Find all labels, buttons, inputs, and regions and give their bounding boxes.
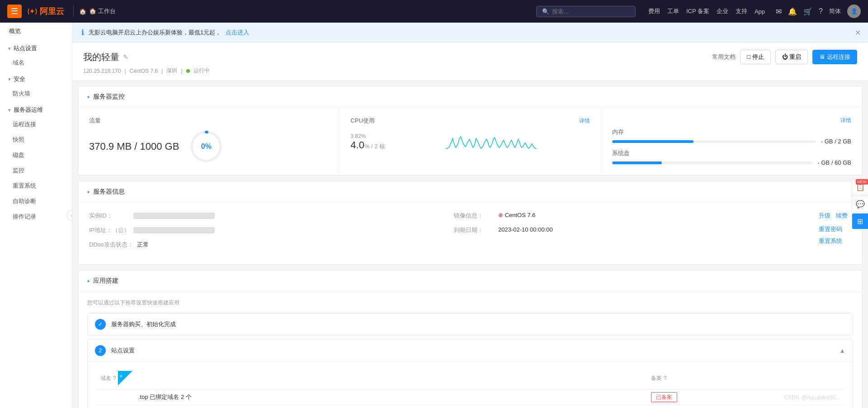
main-layout: ‹ 概览 ▼ 站点设置 域名 ▼ 安全 防火墙 ▼ 服务器运维 远程连接 快照 … xyxy=(0,23,868,408)
memory-detail-link[interactable]: 详情 xyxy=(840,117,851,124)
image-row: 镜像信息： ⊕ CentOS 7.6 xyxy=(454,212,797,220)
step-1-circle: ✓ xyxy=(95,319,106,330)
float-new-button[interactable]: 📋 NEW xyxy=(852,179,868,195)
domain-help-icon[interactable]: ? xyxy=(113,375,116,381)
server-info-body: 实例ID： IP地址：（公） DDos攻击状态： 正常 镜像信息： xyxy=(78,203,862,264)
nav-enterprise[interactable]: 企业 xyxy=(717,7,728,15)
beian-badge[interactable]: 已备案 xyxy=(651,392,677,402)
sidebar-section-site-settings[interactable]: ▼ 站点设置 xyxy=(0,40,72,55)
sidebar-item-remote[interactable]: 远程连接 xyxy=(0,117,72,132)
mail-icon[interactable]: ✉ xyxy=(776,7,782,16)
page-header: 我的轻量 ✎ 常用文档 □ 停止 ⏻ 重启 🖥 远程连接 120.25.218.… xyxy=(72,43,868,81)
new-tag: NEW xyxy=(856,179,868,185)
watermark: CSDN @AquaMint5C... xyxy=(784,394,841,401)
nav-app[interactable]: App xyxy=(755,8,765,15)
sidebar-item-diagnosis[interactable]: 自助诊断 xyxy=(0,194,72,209)
nav-support[interactable]: 支持 xyxy=(736,7,747,15)
sidebar-item-firewall[interactable]: 防火墙 xyxy=(0,86,72,101)
sidebar-item-reset-system[interactable]: 重置系统 xyxy=(0,178,72,194)
upgrade-link[interactable]: 升级 xyxy=(819,212,830,220)
top-navigation: ☰ ⟨✦⟩ 阿里云 🏠 🏠 工作台 🔍 费用 工单 ICP 备案 企业 支持 A… xyxy=(0,0,868,23)
disk-value: - GB / 60 GB xyxy=(818,159,851,166)
cpu-monitor-display: 3.82% 4.0% / 2 核 xyxy=(350,128,590,156)
domain-table: 域名 ? 推 xyxy=(95,367,845,405)
monitor-section-header: ▪ 服务器监控 xyxy=(78,86,862,108)
help-icon[interactable]: ? xyxy=(819,7,823,15)
sidebar-item-snapshot[interactable]: 快照 xyxy=(0,132,72,147)
logo[interactable]: ⟨✦⟩ 阿里云 xyxy=(27,6,64,17)
chevron-up-icon[interactable]: ▲ xyxy=(839,347,845,354)
nav-icons: ✉ 🔔 🛒 ? 简体 👤 xyxy=(776,5,861,18)
renew-link[interactable]: 续费 xyxy=(836,212,848,220)
main-content: ℹ 无影云电脑开启云上办公娱乐新体验，最低1元起， 点击进入 ✕ 我的轻量 ✎ … xyxy=(72,23,868,408)
traffic-label: 流量 xyxy=(89,117,328,125)
page-subtitle: 120.25.218.170 | CentOS 7.6 | 深圳 | 运行中 xyxy=(83,67,857,75)
cpu-label: CPU使用 详情 xyxy=(350,117,590,125)
search-input[interactable] xyxy=(552,8,624,15)
notification-icon[interactable]: 🔔 xyxy=(788,7,797,16)
restart-button[interactable]: ⏻ 重启 xyxy=(775,50,808,64)
cpu-waveform xyxy=(392,128,590,156)
float-chat-button[interactable]: 💬 xyxy=(852,196,868,212)
traffic-value: 370.9 MB / 1000 GB xyxy=(89,141,179,152)
avatar[interactable]: 👤 xyxy=(847,5,861,18)
cart-icon[interactable]: 🛒 xyxy=(803,7,812,16)
sidebar-item-monitor[interactable]: 监控 xyxy=(0,163,72,178)
ddos-row: DDos攻击状态： 正常 xyxy=(89,241,432,249)
server-ip: 120.25.218.170 xyxy=(83,68,121,74)
monitor-section-icon: ▪ xyxy=(87,93,90,100)
step-2-actions: ▲ xyxy=(839,347,845,354)
nav-ticket[interactable]: 工单 xyxy=(667,7,679,15)
step-1-label: 服务器购买、初始化完成 xyxy=(111,320,176,328)
cpu-unit: % / 2 核 xyxy=(364,143,385,150)
announcement-banner: ℹ 无影云电脑开启云上办公娱乐新体验，最低1元起， 点击进入 ✕ xyxy=(72,23,868,43)
sidebar-item-oplog[interactable]: 操作记录 xyxy=(0,209,72,224)
language-switcher[interactable]: 简体 xyxy=(829,7,841,15)
remote-connect-button[interactable]: 🖥 远程连接 xyxy=(812,50,857,64)
step-2-header[interactable]: 2 站点设置 ▲ xyxy=(88,340,853,361)
app-build-desc: 您可以通过以下推荐设置快速搭建应用 xyxy=(87,299,853,307)
search-bar[interactable]: 🔍 xyxy=(536,6,636,17)
server-os: CentOS 7.6 xyxy=(130,68,158,74)
beian-help-icon[interactable]: ? xyxy=(664,375,667,381)
server-info-section: ▪ 服务器信息 实例ID： IP地址：（公） DDos攻击状态： 正常 xyxy=(78,181,863,265)
nav-icp[interactable]: ICP 备案 xyxy=(686,7,709,15)
reset-password-link[interactable]: 重置密码 xyxy=(819,225,851,233)
nav-links: 费用 工单 ICP 备案 企业 支持 App xyxy=(648,7,765,15)
page-actions: 常用文档 □ 停止 ⏻ 重启 🖥 远程连接 xyxy=(712,50,857,64)
sidebar-section-server-ops[interactable]: ▼ 服务器运维 xyxy=(0,101,72,117)
server-region: 深圳 xyxy=(166,67,177,75)
step-2-label: 站点设置 xyxy=(111,346,135,355)
nav-fee[interactable]: 费用 xyxy=(648,7,660,15)
server-monitor-section: ▪ 服务器监控 流量 370.9 MB / 1000 GB xyxy=(78,86,863,176)
docs-link[interactable]: 常用文档 xyxy=(712,53,736,61)
banner-link[interactable]: 点击进入 xyxy=(226,28,249,37)
app-build-title: 应用搭建 xyxy=(93,277,118,285)
sidebar-section-security[interactable]: ▼ 安全 xyxy=(0,71,72,86)
beian-col-header: 备案 ? xyxy=(646,367,845,389)
edit-icon[interactable]: ✎ xyxy=(123,53,128,61)
stop-button[interactable]: □ 停止 xyxy=(740,50,770,64)
monitor-cards: 流量 370.9 MB / 1000 GB 0% xyxy=(78,108,862,175)
recommend-badge-container: 推 xyxy=(118,371,132,385)
app-build-section: ▪ 应用搭建 您可以通过以下推荐设置快速搭建应用 ✓ 服务器购买、初始化完成 2… xyxy=(78,270,863,408)
step-2-circle: 2 xyxy=(95,345,106,356)
grid-icon: ⊞ xyxy=(857,217,863,226)
reset-system-link[interactable]: 重置系统 xyxy=(819,237,851,245)
sidebar-item-overview[interactable]: 概览 xyxy=(0,23,72,40)
info-icon: ℹ xyxy=(81,28,84,37)
banner-text: 无影云电脑开启云上办公娱乐新体验，最低1元起， xyxy=(89,28,221,37)
float-grid-button[interactable]: ⊞ xyxy=(852,213,868,229)
expire-row: 到期日期： 2023-02-10 00:00:00 xyxy=(454,226,797,234)
hamburger-menu[interactable]: ☰ xyxy=(7,5,22,18)
chat-icon: 💬 xyxy=(856,200,865,209)
cpu-card: CPU使用 详情 3.82% 4.0% / 2 核 xyxy=(340,108,601,175)
sidebar-item-domain[interactable]: 域名 xyxy=(0,55,72,71)
sidebar-item-disk[interactable]: 磁盘 xyxy=(0,147,72,163)
status-indicator xyxy=(186,69,190,73)
close-icon[interactable]: ✕ xyxy=(855,28,861,37)
cpu-detail-link[interactable]: 详情 xyxy=(579,117,590,125)
breadcrumb[interactable]: 🏠 🏠 工作台 xyxy=(73,5,121,17)
recommend-badge: 推 xyxy=(118,371,132,385)
cpu-value: 4.0% / 2 核 xyxy=(350,139,385,151)
